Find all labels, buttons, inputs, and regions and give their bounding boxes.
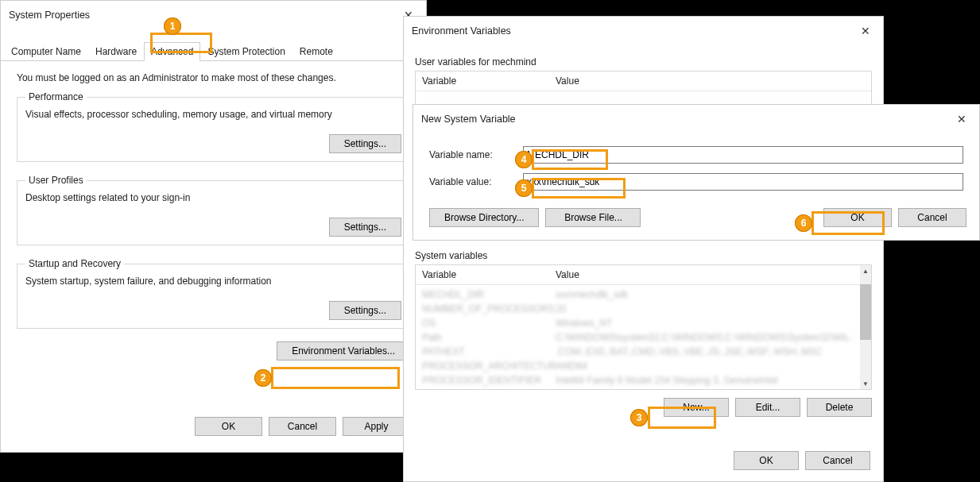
variable-name-input[interactable] [523, 146, 963, 164]
scroll-up-arrow-icon[interactable]: ▲ [860, 265, 871, 276]
tab-system-protection[interactable]: System Protection [200, 42, 292, 60]
titlebar: System Properties ✕ [1, 1, 426, 33]
table-row[interactable]: PROCESSOR_IDENTIFIERIntel64 Family 6 Mod… [416, 373, 860, 388]
user-variables-label: User variables for mechmind [404, 48, 883, 71]
dialog-title: System Properties [9, 10, 90, 21]
envvars-ok-button[interactable]: OK [734, 451, 799, 470]
tab-advanced[interactable]: Advanced [144, 42, 200, 61]
user-variables-list[interactable]: Variable Value [415, 71, 872, 107]
table-row[interactable]: NUMBER_OF_PROCESSORS20 [416, 302, 860, 316]
startup-recovery-settings-button[interactable]: Settings... [329, 301, 401, 320]
variable-value-input[interactable] [523, 173, 963, 191]
close-icon[interactable]: ✕ [847, 20, 883, 42]
variable-value-label: Variable value: [429, 176, 523, 187]
col-value[interactable]: Value [549, 71, 871, 91]
col-variable[interactable]: Variable [416, 265, 549, 284]
startup-recovery-legend: Startup and Recovery [25, 258, 124, 269]
scroll-down-arrow-icon[interactable]: ▼ [860, 378, 871, 389]
advanced-panel: You must be logged on as an Administrato… [1, 61, 426, 409]
table-row[interactable]: PROCESSOR_ARCHITECTUREAMD64 [416, 359, 860, 373]
variable-name-label: Variable name: [429, 149, 523, 160]
user-profiles-group: User Profiles Desktop settings related t… [17, 175, 410, 245]
sysvar-edit-button[interactable]: Edit... [735, 398, 800, 417]
annotation-badge-5: 5 [515, 179, 533, 197]
tab-computer-name[interactable]: Computer Name [4, 42, 88, 60]
sysvar-new-button[interactable]: New... [664, 398, 729, 417]
browse-file-button[interactable]: Browse File... [545, 208, 641, 227]
close-icon[interactable]: ✕ [943, 108, 979, 130]
user-profiles-settings-button[interactable]: Settings... [329, 218, 401, 237]
sysprop-bottom-buttons: OK Cancel Apply [1, 409, 426, 452]
newvar-cancel-button[interactable]: Cancel [898, 208, 966, 227]
user-profiles-legend: User Profiles [25, 175, 87, 186]
performance-settings-button[interactable]: Settings... [329, 134, 401, 153]
sysvar-delete-button[interactable]: Delete [807, 398, 872, 417]
tab-remote[interactable]: Remote [292, 42, 340, 60]
newvar-ok-button[interactable]: OK [823, 208, 892, 227]
dialog-title: New System Variable [421, 114, 516, 125]
tab-strip: Computer Name Hardware Advanced System P… [1, 42, 426, 61]
new-system-variable-dialog: New System Variable ✕ Variable name: Var… [413, 104, 980, 241]
browse-directory-button[interactable]: Browse Directory... [429, 208, 539, 227]
annotation-badge-1: 1 [164, 17, 181, 35]
variable-value-row: Variable value: [413, 168, 979, 195]
scroll-thumb[interactable] [860, 284, 871, 340]
titlebar: New System Variable ✕ [413, 105, 979, 133]
system-variables-rows: MECHDL_DIRxxx\mechdlk_sdk NUMBER_OF_PROC… [416, 287, 860, 389]
annotation-badge-6: 6 [795, 214, 812, 232]
table-row[interactable]: PathC:\WINDOWS\system32;C:\WINDOWS;C:\WI… [416, 330, 860, 345]
performance-group: Performance Visual effects, processor sc… [17, 91, 410, 162]
startup-recovery-desc: System startup, system failure, and debu… [25, 276, 401, 287]
annotation-badge-2: 2 [254, 369, 272, 387]
variable-name-row: Variable name: [413, 141, 979, 168]
performance-legend: Performance [25, 91, 87, 102]
newvar-buttons: Browse Directory... Browse File... OK Ca… [413, 199, 979, 233]
table-row[interactable]: MECHDL_DIRxxx\mechdlk_sdk [416, 287, 860, 302]
tab-hardware[interactable]: Hardware [88, 42, 144, 60]
envvars-bottom-buttons: OK Cancel [404, 435, 883, 481]
system-variables-label: System variables [404, 247, 883, 264]
dialog-title: Environment Variables [412, 25, 511, 37]
system-properties-dialog: System Properties ✕ Computer Name Hardwa… [0, 0, 427, 453]
sysprop-ok-button[interactable]: OK [195, 417, 262, 436]
sysprop-cancel-button[interactable]: Cancel [269, 417, 336, 436]
startup-recovery-group: Startup and Recovery System startup, sys… [17, 258, 410, 329]
table-row[interactable]: OSWindows_NT [416, 316, 860, 330]
titlebar: Environment Variables ✕ [404, 17, 883, 48]
col-value[interactable]: Value [549, 265, 871, 284]
sysprop-apply-button[interactable]: Apply [343, 417, 410, 436]
environment-variables-button[interactable]: Environment Variables... [277, 341, 410, 361]
envvars-cancel-button[interactable]: Cancel [805, 451, 870, 470]
col-variable[interactable]: Variable [416, 71, 549, 91]
annotation-badge-4: 4 [515, 151, 533, 168]
user-profiles-desc: Desktop settings related to your sign-in [25, 192, 401, 203]
system-variables-list[interactable]: Variable Value MECHDL_DIRxxx\mechdlk_sdk… [415, 264, 872, 390]
performance-desc: Visual effects, processor scheduling, me… [25, 109, 401, 120]
annotation-badge-3: 3 [630, 409, 648, 426]
table-row[interactable]: PATHEXT.COM;.EXE;.BAT;.CMD;.VBS;.VBE;.JS… [416, 345, 860, 359]
admin-note: You must be logged on as an Administrato… [17, 72, 410, 83]
